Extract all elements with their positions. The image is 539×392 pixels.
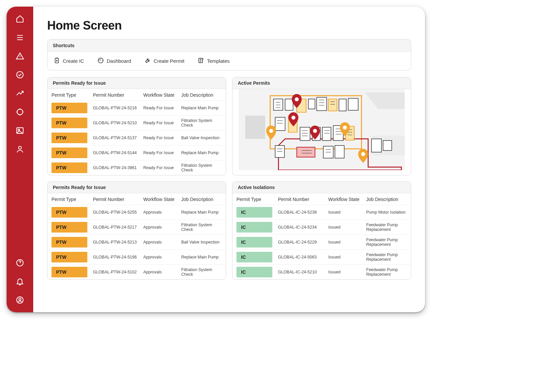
workflow-state: Ready For Issue — [143, 150, 178, 155]
permit-type-tag: PTW — [51, 237, 87, 247]
shortcut-create-ic[interactable]: Create IC — [53, 57, 84, 65]
site-map[interactable] — [232, 89, 411, 170]
permit-number: GLOBAL-IC-24-5234 — [278, 225, 326, 230]
panel-permits-ready-1: Permits Ready for Issue Permit Type Perm… — [47, 77, 226, 175]
table-row[interactable]: PTWGLOBAL-PTW-24-5255ApprovalsReplace Ma… — [47, 205, 226, 220]
menu-icon[interactable] — [16, 33, 24, 42]
table-row[interactable]: PTWGLOBAL-PTW-24-5144Ready For IssueRepl… — [47, 145, 226, 160]
permit-number: GLOBAL-PTW-24-5255 — [93, 210, 141, 215]
panel-header: Permits Ready for Issue — [47, 77, 226, 89]
shortcut-label: Create Permit — [154, 58, 185, 64]
svg-rect-36 — [328, 99, 337, 111]
col-desc: Job Description — [366, 197, 407, 202]
svg-point-45 — [313, 129, 317, 133]
col-state: Workflow State — [143, 92, 178, 98]
svg-rect-18 — [309, 99, 315, 109]
shortcuts-body: Create IC Dashboard Create Permit Templa… — [47, 52, 411, 70]
permit-number: GLOBAL-IC-24-5238 — [278, 210, 326, 215]
svg-point-43 — [295, 97, 299, 101]
workflow-state: Ready For Issue — [143, 121, 178, 125]
image-icon[interactable] — [16, 126, 24, 135]
table-row[interactable]: PTWGLOBAL-PTW-24-5102ApprovalsFiltration… — [47, 264, 226, 279]
permit-type-tag: IC — [236, 237, 272, 247]
workflow-state: Issued — [328, 225, 363, 230]
shortcut-create-permit[interactable]: Create Permit — [144, 57, 185, 65]
check-circle-icon[interactable] — [16, 70, 24, 79]
job-description: Replace Main Pump — [181, 106, 222, 110]
col-type: Permit Type — [236, 197, 275, 202]
workflow-state: Ready For Issue — [143, 106, 178, 110]
col-state: Workflow State — [143, 197, 178, 202]
table-row[interactable]: PTWGLOBAL-PTW-24-5216Ready For IssueRepl… — [47, 100, 226, 115]
job-description: Replace Main Pump — [181, 150, 222, 155]
alert-icon[interactable] — [16, 52, 24, 60]
permit-type-tag: IC — [236, 252, 272, 262]
table-row[interactable]: PTWGLOBAL-PTW-24-5210Ready For IssueFilt… — [47, 115, 226, 130]
account-icon[interactable] — [16, 296, 24, 304]
workflow-state: Ready For Issue — [143, 136, 178, 140]
job-description: Feedwater Pump Replacement — [366, 252, 407, 262]
workflow-state: Issued — [328, 240, 363, 245]
permit-type-tag: PTW — [51, 162, 87, 173]
permit-number: GLOBAL-PTW-24-5144 — [93, 150, 141, 155]
job-description: Feedwater Pump Replacement — [366, 267, 407, 277]
col-type: Permit Type — [51, 197, 90, 202]
permit-type-tag: PTW — [51, 133, 87, 143]
panel-active-permits: Active Permits — [232, 77, 411, 175]
svg-point-42 — [361, 152, 365, 156]
table-row[interactable]: PTWGLOBAL-PTW-24-5196ApprovalsReplace Ma… — [47, 249, 226, 264]
shortcut-label: Create IC — [63, 58, 84, 64]
permit-type-tag: IC — [236, 207, 272, 218]
app-frame: Home Screen Shortcuts Create IC Dashboar… — [7, 7, 425, 312]
panel-header: Permits Ready for Issue — [47, 182, 226, 193]
job-description: Feedwater Pump Replacement — [366, 238, 407, 247]
permit-type-tag: IC — [236, 267, 272, 277]
job-description: Ball Valve Inspection — [181, 240, 222, 245]
target-icon[interactable] — [16, 108, 24, 116]
shortcuts-card: Shortcuts Create IC Dashboard Create Per… — [47, 39, 411, 70]
permit-type-tag: PTW — [51, 267, 87, 277]
svg-point-44 — [292, 116, 296, 120]
job-description: Filtration System Check — [181, 267, 222, 277]
table-row[interactable]: ICGLOBAL-IC-24-5063IssuedFeedwater Pump … — [232, 249, 411, 264]
workflow-state: Approvals — [143, 210, 178, 215]
svg-point-1 — [17, 109, 23, 115]
workflow-state: Approvals — [143, 255, 178, 259]
table-row[interactable]: ICGLOBAL-IC-24-5238IssuedPump Motor Isol… — [232, 205, 411, 220]
permit-number: GLOBAL-PTW-24-5213 — [93, 240, 141, 245]
trend-icon[interactable] — [16, 89, 24, 98]
table-row[interactable]: PTWGLOBAL-PTW-24-5137Ready For IssueBall… — [47, 130, 226, 145]
table-row[interactable]: ICGLOBAL-IC-24-5210IssuedFeedwater Pump … — [232, 264, 411, 279]
shortcut-templates[interactable]: Templates — [198, 57, 229, 65]
panel-header: Active Isolations — [232, 182, 411, 193]
svg-point-4 — [19, 146, 22, 149]
col-number: Permit Number — [278, 197, 326, 202]
svg-rect-15 — [274, 99, 283, 110]
workflow-state: Approvals — [143, 225, 178, 230]
job-description: Filtration System Check — [181, 163, 222, 172]
table-row[interactable]: PTWGLOBAL-PTW-24-5217ApprovalsFiltration… — [47, 220, 226, 235]
help-icon[interactable] — [16, 258, 24, 267]
svg-point-40 — [269, 129, 273, 133]
home-icon[interactable] — [16, 15, 24, 23]
table-row[interactable]: PTWGLOBAL-PTW-24-3961Ready For IssueFilt… — [47, 160, 226, 175]
permit-type-tag: PTW — [51, 222, 87, 233]
shortcut-dashboard[interactable]: Dashboard — [97, 57, 131, 65]
bell-icon[interactable] — [16, 277, 24, 286]
table-row[interactable]: ICGLOBAL-IC-24-5229IssuedFeedwater Pump … — [232, 235, 411, 249]
col-type: Permit Type — [51, 92, 90, 98]
permit-type-tag: PTW — [51, 252, 87, 262]
svg-point-41 — [343, 126, 347, 130]
permit-type-tag: IC — [236, 222, 272, 233]
job-description: Replace Main Pump — [181, 255, 222, 259]
table-header: Permit Type Permit Number Workflow State… — [232, 193, 411, 205]
permit-number: GLOBAL-PTW-24-5137 — [93, 136, 141, 140]
permit-number: GLOBAL-PTW-24-5210 — [93, 121, 141, 125]
permit-number: GLOBAL-PTW-24-5196 — [93, 255, 141, 259]
table-header: Permit Type Permit Number Workflow State… — [47, 193, 226, 205]
table-row[interactable]: ICGLOBAL-IC-24-5234IssuedFeedwater Pump … — [232, 220, 411, 235]
table-row[interactable]: PTWGLOBAL-PTW-24-5213ApprovalsBall Valve… — [47, 235, 226, 249]
table-header: Permit Type Permit Number Workflow State… — [47, 89, 226, 100]
user-icon[interactable] — [16, 145, 24, 153]
table-body: ICGLOBAL-IC-24-5238IssuedPump Motor Isol… — [232, 205, 411, 279]
